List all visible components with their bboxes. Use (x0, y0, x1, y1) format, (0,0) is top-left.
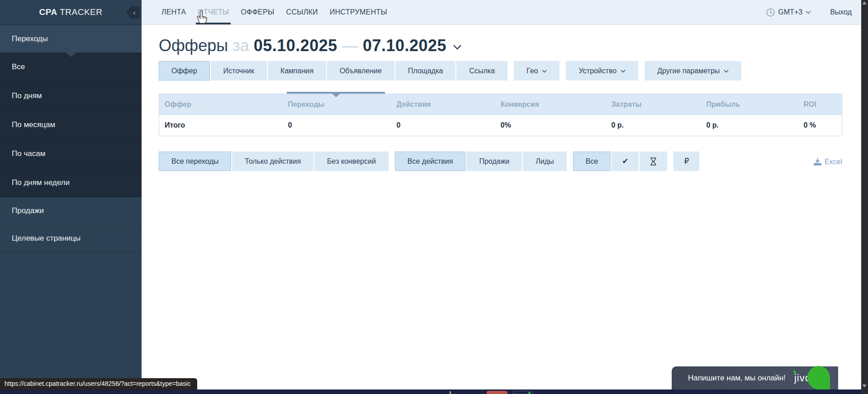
sidebar-item-celevye-stranicy[interactable]: Целевые страницы (0, 225, 142, 252)
logo-rest: TRACKER (57, 7, 103, 17)
tab-ploschadka[interactable]: Площадка (395, 61, 456, 81)
dropdown-label: Гео (526, 67, 538, 75)
filter-vse-perehody[interactable]: Все переходы (159, 152, 231, 171)
filter-lidy[interactable]: Лиды (523, 152, 566, 171)
main-content: Офферы за 05.10.2025 — 07.10.2025 Оффер … (142, 25, 861, 394)
bottom-taskbar-strip (0, 389, 868, 394)
jivo-logo-accent (793, 370, 796, 374)
dropdown-ustroystvo[interactable]: Устройство (566, 61, 638, 81)
dropdown-geo[interactable]: Гео (514, 61, 560, 81)
logo-bold: CPA (39, 7, 57, 17)
page-scrollbar[interactable] (861, 0, 868, 394)
sort-indicator (287, 92, 385, 94)
tab-label: Ссылка (469, 67, 495, 75)
sidebar-item-po-dnyam[interactable]: По дням (0, 81, 142, 110)
tab-ssylka[interactable]: Ссылка (456, 61, 508, 81)
logout-link[interactable]: Выход (830, 8, 852, 16)
active-item-notch (66, 52, 76, 57)
chevron-down-icon (806, 10, 811, 14)
sidebar-item-label: Переходы (12, 34, 48, 43)
sidebar-item-perehody[interactable]: Переходы (0, 25, 142, 52)
totals-pribyl: 0 р. (701, 115, 798, 136)
sidebar-item-po-chasam[interactable]: По часам (0, 139, 142, 168)
filter-status-vse[interactable]: Все (573, 152, 611, 171)
taskbar-item-red (487, 391, 508, 394)
filter-label: Лиды (536, 157, 554, 166)
totals-konversiya: 0% (495, 115, 606, 136)
app-logo: CPA TRACKER (39, 7, 103, 17)
col-deystviya[interactable]: Действия (391, 94, 495, 115)
totals-deystviya: 0 (391, 115, 495, 136)
tab-kampaniya[interactable]: Кампания (268, 61, 326, 81)
col-offer[interactable]: Оффер (159, 94, 283, 115)
title-preposition: за (232, 36, 249, 55)
filter-currency-button[interactable]: ₽ (674, 152, 699, 171)
nav-item-instrumenty[interactable]: ИНСТРУМЕНТЫ (324, 0, 393, 24)
sidebar-item-label: По часам (12, 149, 45, 158)
col-pribyl[interactable]: Прибыль (701, 94, 798, 115)
chat-widget[interactable]: Напишите нам, мы онлайн! jivo (672, 366, 838, 389)
sidebar-item-label: Целевые страницы (12, 234, 81, 243)
nav-item-lenta[interactable]: ЛЕНТА (156, 0, 192, 24)
chevron-left-icon: ‹ (133, 9, 136, 16)
dimension-tabs-group: Оффер Источник Кампания Объявление Площа… (159, 61, 508, 81)
status-url-tooltip: https://cabinet.cpatracker.ru/users/4825… (0, 378, 197, 389)
sidebar-item-prodazhi[interactable]: Продажи (0, 197, 142, 225)
sidebar-item-label: По дням недели (12, 178, 70, 187)
date-from[interactable]: 05.10.2025 (254, 36, 337, 55)
sidebar-collapse-button[interactable]: ‹ (126, 6, 140, 19)
filter-bez-konversiy[interactable]: Без конверсий (314, 152, 389, 171)
tab-istochnik[interactable]: Источник (211, 61, 267, 81)
filter-label: Только действия (245, 157, 301, 166)
nav-item-otchety[interactable]: ОТЧЕТЫ (192, 0, 235, 24)
timezone-selector[interactable]: GMT+3 (766, 8, 811, 17)
table-row-totals: Итого 0 0 0% 0 р. 0 р. 0 % (159, 115, 842, 136)
clock-icon (766, 8, 775, 17)
chevron-down-icon (542, 70, 547, 73)
header-right: GMT+3 Выход (766, 8, 861, 17)
top-navigation: ЛЕНТА ОТЧЕТЫ ОФФЕРЫ ССЫЛКИ ИНСТРУМЕНТЫ (156, 0, 393, 24)
tab-label: Площадка (408, 67, 443, 75)
tab-label: Источник (223, 67, 254, 75)
filter-label: Все действия (408, 157, 453, 166)
sidebar-item-po-dnyam-nedeli[interactable]: По дням недели (0, 168, 142, 197)
tab-offer[interactable]: Оффер (159, 61, 210, 81)
sidebar-item-label: По дням (12, 91, 42, 100)
col-zatraty[interactable]: Затраты (606, 94, 701, 115)
status-filter-group: Все ✔ (573, 152, 668, 171)
taskbar-item (450, 391, 451, 394)
totals-zatraty: 0 р. (606, 115, 701, 136)
nav-item-offery[interactable]: ОФФЕРЫ (235, 0, 280, 24)
nav-item-label: ЛЕНТА (161, 8, 186, 16)
filter-tolko-deystviya[interactable]: Только действия (232, 152, 313, 171)
filter-label: Все (586, 157, 598, 166)
col-konversiya[interactable]: Конверсия (495, 94, 606, 115)
download-icon (814, 158, 821, 166)
dropdown-drugie-parametry[interactable]: Другие параметры (645, 61, 741, 81)
filter-label: Продажи (479, 157, 509, 166)
tab-label: Оффер (171, 67, 197, 75)
export-excel-link[interactable]: Excel (814, 152, 842, 171)
nav-item-ssylki[interactable]: ССЫЛКИ (280, 0, 324, 24)
dropdown-label: Другие параметры (657, 67, 720, 75)
tab-obyavlenie[interactable]: Объявление (327, 61, 394, 81)
scroll-up-arrow-icon[interactable] (862, 1, 867, 5)
chevron-down-icon (621, 70, 626, 73)
nav-item-label: ОФФЕРЫ (241, 8, 274, 16)
sidebar-item-po-mesyacam[interactable]: По месяцам (0, 110, 142, 139)
date-dash: — (342, 36, 358, 55)
totals-label: Итого (159, 115, 283, 136)
date-to[interactable]: 07.10.2025 (363, 36, 446, 55)
filter-pending-button[interactable] (640, 152, 667, 171)
filter-confirmed-button[interactable]: ✔ (612, 152, 639, 171)
col-roi[interactable]: ROI (798, 94, 842, 115)
scroll-down-arrow-icon[interactable] (862, 385, 867, 388)
chat-message: Напишите нам, мы онлайн! (688, 374, 786, 383)
date-range-chevron-icon[interactable] (453, 44, 462, 50)
sidebar-header: CPA TRACKER ‹ (0, 0, 142, 25)
filter-vse-deystviya[interactable]: Все действия (395, 152, 466, 171)
nav-item-label: ОТЧЕТЫ (198, 8, 229, 16)
filter-prodazhi[interactable]: Продажи (466, 152, 522, 171)
report-table: Оффер Переходы Действия Конверсия Затрат… (159, 94, 842, 136)
dimension-tabs-row: Оффер Источник Кампания Объявление Площа… (159, 61, 842, 81)
